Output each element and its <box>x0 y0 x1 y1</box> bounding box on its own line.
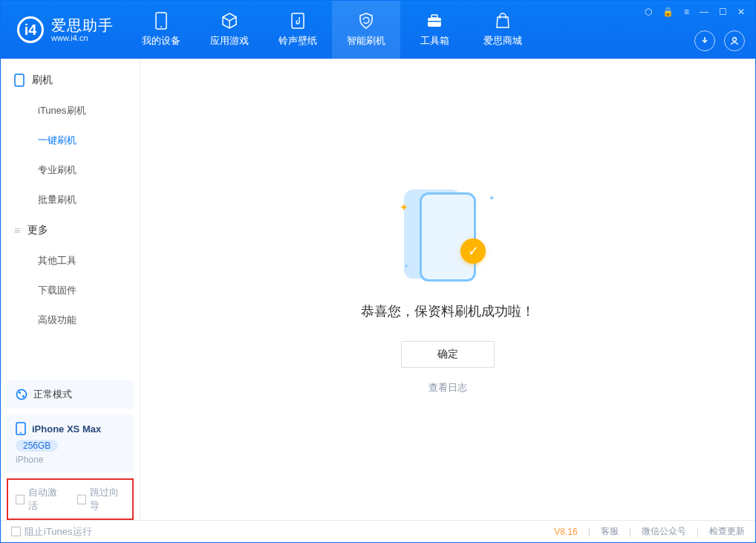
app-subtitle: www.i4.cn <box>51 33 114 42</box>
sidebar-group-flash: 刷机 <box>1 65 140 96</box>
svg-rect-4 <box>431 15 437 18</box>
nav-label: 智能刷机 <box>347 34 385 48</box>
sidebar-group-title: 刷机 <box>32 74 53 87</box>
nav-label: 铃声壁纸 <box>278 34 317 48</box>
device-type: iPhone <box>16 455 125 465</box>
sidebar-group-more: ≡ 更多 <box>1 215 140 246</box>
check-update-link[interactable]: 检查更新 <box>709 525 745 538</box>
checkbox-label: 阻止iTunes运行 <box>25 525 92 539</box>
logo-icon: i4 <box>17 16 44 43</box>
nav-label: 爱思商城 <box>483 34 522 48</box>
status-bar: 阻止iTunes运行 V8.16 | 客服 | 微信公众号 | 检查更新 <box>1 520 755 542</box>
nav-tab-device[interactable]: 我的设备 <box>127 1 195 59</box>
logo-area: i4 爱思助手 www.i4.cn <box>1 16 127 43</box>
flash-options-highlight: 自动激活 跳过向导 <box>7 478 134 520</box>
menu-icon[interactable]: ≡ <box>684 7 689 17</box>
svg-point-12 <box>20 432 22 434</box>
success-illustration: ✓ ✦ ✦ ✦ <box>400 185 496 289</box>
app-title: 爱思助手 <box>51 17 114 33</box>
device-card[interactable]: iPhone XS Max 256GB iPhone <box>7 414 134 472</box>
mode-label: 正常模式 <box>33 388 72 401</box>
checkbox-label: 自动激活 <box>28 486 63 513</box>
refresh-shield-icon <box>357 12 375 30</box>
sync-icon <box>16 388 27 400</box>
svg-point-1 <box>160 26 162 27</box>
svg-point-9 <box>19 391 21 394</box>
sidebar-item-advanced[interactable]: 高级功能 <box>1 305 140 335</box>
block-itunes-checkbox[interactable]: 阻止iTunes运行 <box>11 525 92 539</box>
phone-icon <box>152 12 170 30</box>
nav-tab-toolbox[interactable]: 工具箱 <box>400 1 469 59</box>
nav-tab-apps[interactable]: 应用游戏 <box>195 1 264 59</box>
storage-badge: 256GB <box>16 440 58 452</box>
nav-label: 工具箱 <box>420 34 449 48</box>
sidebar-item-other-tools[interactable]: 其他工具 <box>1 246 140 276</box>
sparkle-icon: ✦ <box>489 194 495 202</box>
svg-rect-7 <box>15 74 24 86</box>
svg-point-6 <box>733 38 737 42</box>
music-icon <box>289 12 307 30</box>
cube-icon <box>221 12 238 30</box>
skip-guide-checkbox[interactable]: 跳过向导 <box>77 486 126 513</box>
sidebar-item-pro-flash[interactable]: 专业刷机 <box>1 155 140 185</box>
sparkle-icon: ✦ <box>404 263 409 270</box>
minimize-button[interactable]: — <box>700 7 708 17</box>
window-controls: ⬡ 🔒 ≡ — ☐ ✕ <box>645 7 745 17</box>
lock-icon[interactable]: 🔒 <box>662 7 674 17</box>
check-icon: ✓ <box>460 238 486 264</box>
list-icon: ≡ <box>14 224 20 236</box>
phone-small-icon <box>16 422 26 435</box>
download-button[interactable] <box>694 30 715 51</box>
nav-label: 应用游戏 <box>210 34 249 48</box>
svg-rect-5 <box>428 21 441 22</box>
auto-activate-checkbox[interactable]: 自动激活 <box>16 486 64 513</box>
checkbox-label: 跳过向导 <box>90 486 125 513</box>
shirt-icon[interactable]: ⬡ <box>645 7 652 17</box>
mode-card[interactable]: 正常模式 <box>7 380 134 409</box>
sidebar-item-itunes-flash[interactable]: iTunes刷机 <box>1 96 140 126</box>
nav-tab-flash[interactable]: 智能刷机 <box>332 1 400 59</box>
close-button[interactable]: ✕ <box>737 7 745 17</box>
sidebar-item-batch-flash[interactable]: 批量刷机 <box>1 185 140 215</box>
version-label: V8.16 <box>554 527 577 537</box>
device-icon <box>14 74 25 87</box>
svg-point-8 <box>17 390 27 400</box>
success-message: 恭喜您，保资料刷机成功啦！ <box>361 302 535 320</box>
ok-button[interactable]: 确定 <box>401 341 495 368</box>
support-link[interactable]: 客服 <box>601 525 619 538</box>
device-name: iPhone XS Max <box>32 423 101 435</box>
sidebar-item-oneclick-flash[interactable]: 一键刷机 <box>1 126 140 155</box>
sidebar: 刷机 iTunes刷机 一键刷机 专业刷机 批量刷机 ≡ 更多 其他工具 下载固… <box>1 59 140 520</box>
wechat-link[interactable]: 微信公众号 <box>642 525 686 538</box>
sidebar-group-title: 更多 <box>27 224 48 237</box>
nav-tab-ringtone[interactable]: 铃声壁纸 <box>264 1 332 59</box>
view-log-link[interactable]: 查看日志 <box>428 381 467 394</box>
nav-tabs: 我的设备 应用游戏 铃声壁纸 智能刷机 工具箱 爱思商城 <box>127 1 537 59</box>
svg-point-10 <box>22 395 25 397</box>
app-header: i4 爱思助手 www.i4.cn 我的设备 应用游戏 铃声壁纸 智能刷机 工具… <box>1 1 755 59</box>
bag-icon <box>494 12 512 30</box>
svg-rect-3 <box>428 18 441 27</box>
user-button[interactable] <box>724 30 745 51</box>
nav-tab-store[interactable]: 爱思商城 <box>469 1 537 59</box>
toolbox-icon <box>426 12 443 30</box>
sparkle-icon: ✦ <box>400 201 408 213</box>
maximize-button[interactable]: ☐ <box>719 7 727 17</box>
nav-label: 我的设备 <box>142 34 180 48</box>
sidebar-item-download-fw[interactable]: 下载固件 <box>1 276 140 305</box>
main-content: ✓ ✦ ✦ ✦ 恭喜您，保资料刷机成功啦！ 确定 查看日志 <box>140 59 755 520</box>
